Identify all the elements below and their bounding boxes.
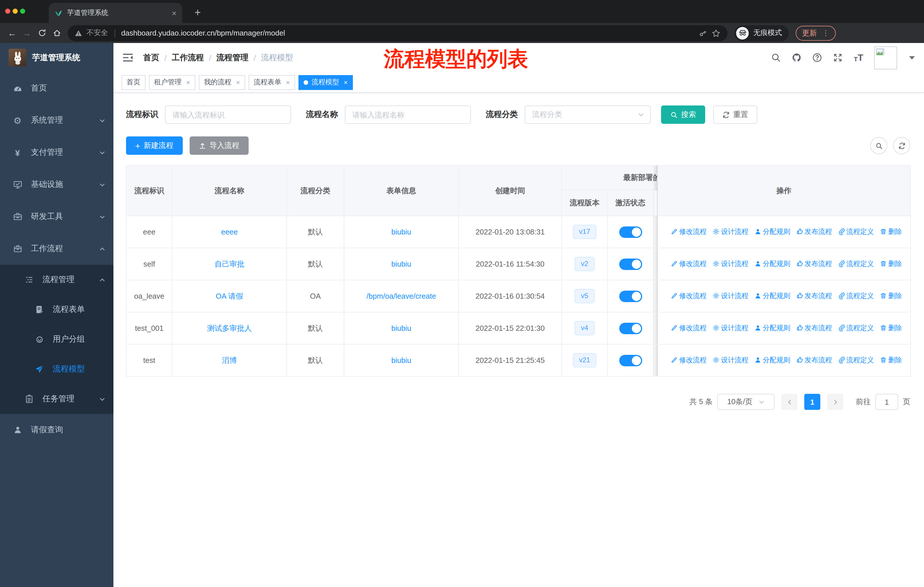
create-process-button[interactable]: + 新建流程 xyxy=(126,136,183,155)
row-action-definition[interactable]: 流程定义 xyxy=(838,323,874,333)
form-info-link[interactable]: biubiu xyxy=(391,324,411,332)
new-tab-button[interactable]: + xyxy=(190,5,205,20)
active-toggle[interactable] xyxy=(619,290,642,302)
row-action-design[interactable]: 设计流程 xyxy=(712,259,748,269)
row-action-edit[interactable]: 修改流程 xyxy=(670,227,706,237)
bookmark-star-icon[interactable] xyxy=(711,28,721,38)
breadcrumb-home[interactable]: 首页 xyxy=(143,53,159,63)
home-icon[interactable] xyxy=(49,25,64,40)
sidebar-item-workflow[interactable]: 工作流程 xyxy=(0,233,114,265)
page-size-select[interactable]: 10条/页 xyxy=(717,394,774,410)
form-info-link[interactable]: biubiu xyxy=(391,260,411,268)
row-action-publish[interactable]: 发布流程 xyxy=(796,227,832,237)
refresh-table-button[interactable] xyxy=(893,137,910,154)
close-icon[interactable]: × xyxy=(344,78,348,86)
sidebar-item-infra[interactable]: 基础设施 xyxy=(0,169,114,201)
search-button[interactable]: 搜索 xyxy=(661,106,705,124)
row-action-definition[interactable]: 流程定义 xyxy=(838,356,874,365)
row-action-definition[interactable]: 流程定义 xyxy=(838,227,874,237)
process-name-link[interactable]: 滔博 xyxy=(222,356,237,364)
row-action-publish[interactable]: 发布流程 xyxy=(796,323,832,333)
browser-menu-icon[interactable]: ⋮ xyxy=(822,29,830,37)
row-action-assign[interactable]: 分配规则 xyxy=(754,356,790,365)
row-action-definition[interactable]: 流程定义 xyxy=(838,291,874,301)
row-action-design[interactable]: 设计流程 xyxy=(712,227,748,237)
row-action-delete[interactable]: 删除 xyxy=(879,356,902,365)
process-key-input[interactable] xyxy=(165,106,291,124)
process-name-link[interactable]: 测试多审批人 xyxy=(207,324,252,332)
row-action-delete[interactable]: 删除 xyxy=(879,291,902,301)
goto-page-input[interactable] xyxy=(875,394,898,410)
row-action-edit[interactable]: 修改流程 xyxy=(670,259,706,269)
sidebar-item-home[interactable]: 首页 xyxy=(0,72,114,104)
sidebar-item-payment[interactable]: ¥ 支付管理 xyxy=(0,136,114,169)
close-icon[interactable]: × xyxy=(286,78,290,86)
row-action-assign[interactable]: 分配规则 xyxy=(754,291,790,301)
show-search-button[interactable] xyxy=(870,137,887,154)
sidebar-item-task-manage[interactable]: 任务管理 xyxy=(0,384,114,414)
github-icon[interactable] xyxy=(792,53,802,63)
active-toggle[interactable] xyxy=(619,226,642,238)
row-action-definition[interactable]: 流程定义 xyxy=(838,259,874,269)
browser-tab[interactable]: 芋道管理系统 × xyxy=(49,3,182,23)
window-minimize-button[interactable] xyxy=(13,8,18,14)
tag-tenant[interactable]: 租户管理 × xyxy=(149,75,195,90)
import-process-button[interactable]: 导入流程 xyxy=(190,136,249,155)
form-info-link[interactable]: biubiu xyxy=(391,356,411,365)
url-bar[interactable]: 不安全 dashboard.yudao.iocoder.cn/bpm/manag… xyxy=(68,25,728,41)
row-action-edit[interactable]: 修改流程 xyxy=(670,291,706,301)
close-icon[interactable]: × xyxy=(186,78,190,86)
font-size-icon[interactable]: TT xyxy=(854,53,863,62)
row-action-assign[interactable]: 分配规则 xyxy=(754,227,790,237)
tag-process-model[interactable]: 流程模型 × xyxy=(299,75,353,90)
form-info-link[interactable]: /bpm/oa/leave/create xyxy=(366,292,436,300)
reset-button[interactable]: 重置 xyxy=(713,106,757,124)
caret-down-icon[interactable] xyxy=(909,56,915,60)
avatar[interactable] xyxy=(874,46,897,69)
process-category-select[interactable]: 流程分类 xyxy=(525,106,651,124)
row-action-edit[interactable]: 修改流程 xyxy=(670,323,706,333)
active-toggle[interactable] xyxy=(619,355,642,366)
sidebar-collapse-icon[interactable] xyxy=(122,51,135,64)
window-zoom-button[interactable] xyxy=(20,8,25,14)
sidebar-item-process-model[interactable]: 流程模型 xyxy=(0,354,114,384)
row-action-delete[interactable]: 删除 xyxy=(879,259,902,269)
row-action-design[interactable]: 设计流程 xyxy=(712,291,748,301)
process-name-link[interactable]: 自己审批 xyxy=(214,260,244,268)
tag-process-form[interactable]: 流程表单 × xyxy=(249,75,295,90)
row-action-delete[interactable]: 删除 xyxy=(879,323,902,333)
sidebar-item-leave-query[interactable]: 请假查询 xyxy=(0,414,114,446)
row-action-edit[interactable]: 修改流程 xyxy=(670,356,706,365)
row-action-publish[interactable]: 发布流程 xyxy=(796,291,832,301)
tag-my-process[interactable]: 我的流程 × xyxy=(199,75,245,90)
sidebar-item-process-manage[interactable]: 流程管理 xyxy=(0,265,114,294)
row-action-design[interactable]: 设计流程 xyxy=(712,356,748,365)
process-name-link[interactable]: OA 请假 xyxy=(216,291,243,300)
breadcrumb-process-manage[interactable]: 流程管理 xyxy=(216,53,249,63)
back-icon[interactable]: ← xyxy=(5,25,20,40)
sidebar-item-devtools[interactable]: 研发工具 xyxy=(0,201,114,233)
next-page-button[interactable] xyxy=(827,394,843,410)
fullscreen-icon[interactable] xyxy=(833,53,843,63)
current-page[interactable]: 1 xyxy=(804,394,820,410)
form-info-link[interactable]: biubiu xyxy=(391,228,411,236)
tag-home[interactable]: 首页 xyxy=(121,75,145,90)
window-close-button[interactable] xyxy=(5,8,10,14)
process-name-input[interactable] xyxy=(345,106,471,124)
help-icon[interactable] xyxy=(813,53,822,63)
row-action-assign[interactable]: 分配规则 xyxy=(754,323,790,333)
active-toggle[interactable] xyxy=(619,322,642,334)
reload-icon[interactable] xyxy=(35,25,49,40)
sidebar-item-process-form[interactable]: 流程表单 xyxy=(0,294,114,324)
breadcrumb-workflow[interactable]: 工作流程 xyxy=(172,53,204,63)
active-toggle[interactable] xyxy=(619,258,642,270)
update-button[interactable]: 更新 ⋮ xyxy=(796,25,836,40)
tab-close-icon[interactable]: × xyxy=(172,8,177,18)
row-action-publish[interactable]: 发布流程 xyxy=(796,259,832,269)
row-action-delete[interactable]: 删除 xyxy=(879,227,902,237)
row-action-publish[interactable]: 发布流程 xyxy=(796,356,832,365)
process-name-link[interactable]: eeee xyxy=(221,228,238,236)
row-action-design[interactable]: 设计流程 xyxy=(712,323,748,333)
key-icon[interactable] xyxy=(698,28,708,38)
forward-icon[interactable]: → xyxy=(20,25,35,40)
